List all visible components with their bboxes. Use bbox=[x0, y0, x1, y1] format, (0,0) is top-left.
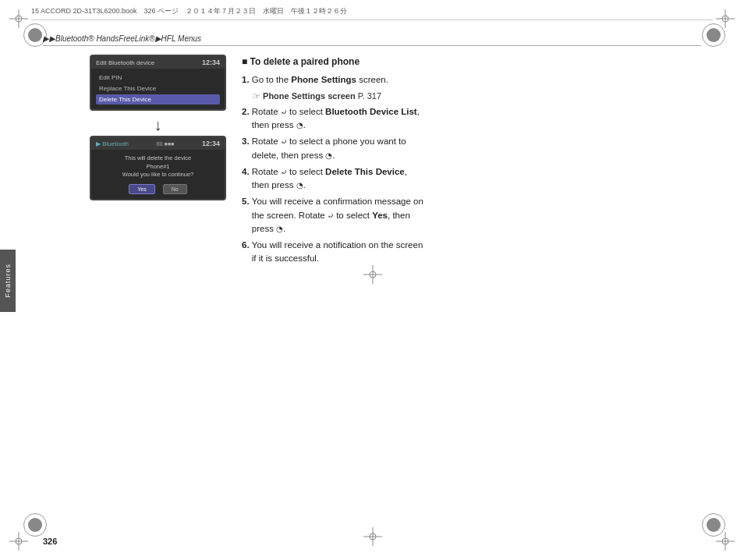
step-2-press: ◔ bbox=[296, 119, 303, 131]
step-6-number: 6. bbox=[242, 240, 252, 250]
confirm-no-button[interactable]: No bbox=[163, 184, 187, 194]
menu-item-edit-pin: Edit PIN bbox=[96, 73, 220, 83]
screen2-clock: 12:34 bbox=[202, 140, 220, 147]
bluetooth-icon: ▶ Bluetooth bbox=[96, 140, 129, 147]
breadcrumb-text: ▶▶Bluetooth® HandsFreeLink®▶HFL Menus bbox=[43, 34, 201, 43]
screen-bluetooth-confirm: ▶ Bluetooth 60 ■■■ 12:34 This will delet… bbox=[90, 136, 226, 200]
step-4: 4. Rotate ⤾ to select Delete This Device… bbox=[242, 165, 701, 193]
step-2: 2. Rotate ⤾ to select Bluetooth Device L… bbox=[242, 105, 701, 133]
confirm-buttons-group: Yes No bbox=[96, 184, 220, 194]
instructions-block: To delete a paired phone 1. Go to the Ph… bbox=[242, 55, 701, 269]
menu-item-delete: Delete This Device bbox=[96, 94, 220, 105]
confirm-body: This will delete the device Phone#1 Woul… bbox=[91, 150, 225, 199]
menu-item-replace: Replace This Device bbox=[96, 83, 220, 94]
screen1-body: Edit PIN Replace This Device Delete This… bbox=[91, 69, 225, 109]
top-bar: 15 ACCORD 2D-31T3L6200.book 326 ページ ２０１４… bbox=[31, 6, 713, 20]
screen1-header: Edit Bluetooth device 12:34 bbox=[91, 56, 225, 69]
confirm-yes-button[interactable]: Yes bbox=[129, 184, 154, 194]
circle-mark-tr bbox=[702, 23, 725, 47]
file-info: 15 ACCORD 2D-31T3L6200.book 326 ページ ２０１４… bbox=[31, 6, 347, 16]
step-3-number: 3. bbox=[242, 136, 252, 146]
step-2-number: 2. bbox=[242, 107, 252, 116]
page-number: 326 bbox=[43, 537, 57, 546]
step-6: 6. You will receive a notification on th… bbox=[242, 239, 701, 266]
step-5-rotate: ⤾ bbox=[328, 210, 334, 222]
circle-mark-br bbox=[702, 513, 725, 537]
confirm-text-block: This will delete the device Phone#1 Woul… bbox=[96, 154, 220, 179]
screen1-clock: 12:34 bbox=[202, 58, 220, 66]
circle-mark-bl bbox=[23, 513, 47, 537]
step-5-bold: Yes bbox=[372, 211, 388, 220]
step-4-press: ◔ bbox=[296, 179, 303, 191]
step-4-rotate: ⤾ bbox=[281, 166, 287, 178]
confirm-line1: This will delete the device bbox=[125, 154, 191, 161]
arrow-down-icon: ↓ bbox=[90, 117, 226, 133]
section-title: To delete a paired phone bbox=[242, 55, 701, 69]
step-2-bold: Bluetooth Device List bbox=[325, 107, 417, 116]
step-4-number: 4. bbox=[242, 167, 252, 176]
screen2-bt-label: Bluetooth bbox=[102, 140, 129, 147]
confirm-line3: Would you like to continue? bbox=[122, 171, 194, 178]
screens-container: Edit Bluetooth device 12:34 Edit PIN Rep… bbox=[90, 55, 226, 207]
step-2-rotate: ⤾ bbox=[281, 106, 287, 118]
step-1: 1. Go to the Phone Settings screen. bbox=[242, 73, 701, 87]
breadcrumb-divider bbox=[43, 45, 701, 46]
side-tab-label: Features bbox=[4, 264, 12, 298]
screen1-title: Edit Bluetooth device bbox=[96, 59, 154, 66]
step-5-number: 5. bbox=[242, 197, 252, 206]
step-3: 3. Rotate ⤾ to select a phone you want t… bbox=[242, 135, 701, 162]
crop-mark-center-bottom2 bbox=[363, 527, 382, 546]
section-title-text: To delete a paired phone bbox=[250, 56, 360, 67]
subnote-text: Phone Settings screen P. 317 bbox=[263, 91, 381, 101]
side-tab-features: Features bbox=[0, 250, 16, 312]
step-5: 5. You will receive a confirmation messa… bbox=[242, 195, 701, 236]
screen2-header: ▶ Bluetooth 60 ■■■ 12:34 bbox=[91, 137, 225, 150]
step-3-press: ◔ bbox=[325, 150, 332, 161]
screen-edit-bluetooth: Edit Bluetooth device 12:34 Edit PIN Rep… bbox=[90, 55, 226, 111]
page-number-text: 326 bbox=[43, 537, 57, 546]
step-3-rotate: ⤾ bbox=[281, 136, 287, 147]
step-1-bold: Phone Settings bbox=[291, 75, 356, 84]
signal-indicator: 60 ■■■ bbox=[157, 141, 174, 147]
step-4-bold: Delete This Device bbox=[325, 167, 405, 176]
confirm-line2: Phone#1 bbox=[146, 163, 169, 170]
crop-mark-tl bbox=[9, 9, 28, 28]
step-1-number: 1. bbox=[242, 75, 252, 84]
breadcrumb: ▶▶Bluetooth® HandsFreeLink®▶HFL Menus bbox=[43, 34, 201, 43]
step-1-subnote: Phone Settings screen P. 317 bbox=[242, 90, 701, 103]
crop-mark-bl bbox=[9, 532, 28, 551]
step-5-press: ◔ bbox=[276, 223, 283, 235]
